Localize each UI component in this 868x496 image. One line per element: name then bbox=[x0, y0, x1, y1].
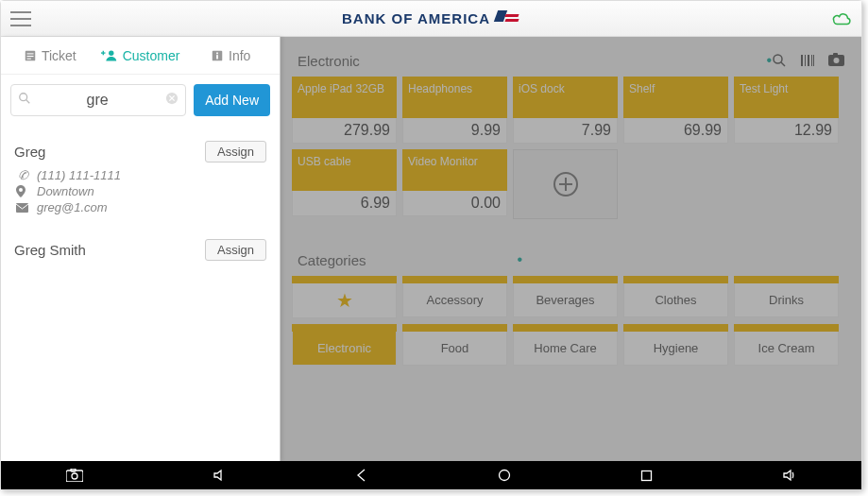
customer-email: greg@1.com bbox=[37, 200, 108, 214]
info-icon bbox=[211, 49, 224, 62]
customer-panel: Ticket Customer Info bbox=[1, 37, 281, 461]
assign-button[interactable]: Assign bbox=[205, 239, 266, 261]
svg-point-4 bbox=[109, 50, 113, 55]
customer-result[interactable]: Greg Assign ✆(111) 111-1111 Downtown gre… bbox=[14, 131, 266, 230]
nav-camera-icon[interactable] bbox=[66, 469, 83, 482]
tab-customer-label: Customer bbox=[123, 48, 180, 63]
nav-recent-icon[interactable] bbox=[640, 470, 653, 482]
clear-search-icon[interactable] bbox=[165, 92, 179, 105]
tab-customer[interactable]: Customer bbox=[97, 48, 184, 63]
svg-rect-2 bbox=[26, 56, 33, 57]
svg-line-11 bbox=[26, 100, 30, 104]
email-icon bbox=[16, 203, 29, 213]
cloud-sync-icon[interactable] bbox=[831, 11, 852, 26]
tab-ticket[interactable]: Ticket bbox=[7, 48, 94, 63]
search-icon bbox=[18, 92, 31, 105]
tab-info[interactable]: Info bbox=[187, 48, 274, 63]
system-nav-bar bbox=[1, 461, 861, 489]
dim-overlay[interactable] bbox=[281, 37, 861, 461]
svg-rect-15 bbox=[16, 203, 28, 213]
add-new-button[interactable]: Add New bbox=[194, 84, 270, 116]
product-area: Electronic • Apple iPad 32GB279.99Headph… bbox=[281, 37, 861, 461]
customer-search-wrap bbox=[10, 84, 186, 116]
svg-point-31 bbox=[72, 473, 77, 479]
nav-home-icon[interactable] bbox=[498, 469, 511, 482]
customer-phone: (111) 111-1111 bbox=[37, 168, 121, 182]
svg-rect-6 bbox=[102, 50, 103, 55]
nav-back-icon[interactable] bbox=[355, 469, 368, 482]
brand-logo: BANK OF AMERICA bbox=[31, 10, 831, 27]
svg-rect-29 bbox=[66, 470, 83, 482]
brand-flag-icon bbox=[496, 10, 520, 27]
panel-tabs: Ticket Customer Info bbox=[1, 37, 280, 75]
customer-results: Greg Assign ✆(111) 111-1111 Downtown gre… bbox=[1, 126, 280, 461]
svg-rect-9 bbox=[216, 55, 218, 59]
top-bar: BANK OF AMERICA bbox=[1, 1, 861, 37]
location-icon bbox=[16, 185, 29, 197]
menu-icon[interactable] bbox=[10, 11, 31, 26]
svg-point-32 bbox=[499, 470, 509, 481]
tab-info-label: Info bbox=[229, 48, 250, 63]
brand-text: BANK OF AMERICA bbox=[342, 10, 490, 26]
add-customer-icon bbox=[101, 49, 118, 62]
ticket-icon bbox=[24, 49, 37, 62]
customer-result[interactable]: Greg Smith Assign bbox=[14, 230, 266, 280]
customer-location: Downtown bbox=[37, 184, 94, 198]
customer-name: Greg bbox=[14, 144, 45, 160]
svg-rect-8 bbox=[216, 52, 218, 54]
svg-rect-33 bbox=[641, 470, 651, 480]
svg-rect-3 bbox=[26, 58, 30, 59]
customer-search-input[interactable] bbox=[10, 84, 186, 116]
assign-button[interactable]: Assign bbox=[205, 141, 266, 162]
nav-volume-up-icon[interactable] bbox=[782, 469, 797, 482]
svg-point-10 bbox=[20, 94, 27, 101]
nav-volume-down-icon[interactable] bbox=[213, 469, 226, 482]
phone-icon: ✆ bbox=[16, 168, 29, 182]
svg-rect-1 bbox=[26, 53, 33, 54]
tab-ticket-label: Ticket bbox=[42, 48, 77, 63]
customer-name: Greg Smith bbox=[14, 242, 86, 258]
